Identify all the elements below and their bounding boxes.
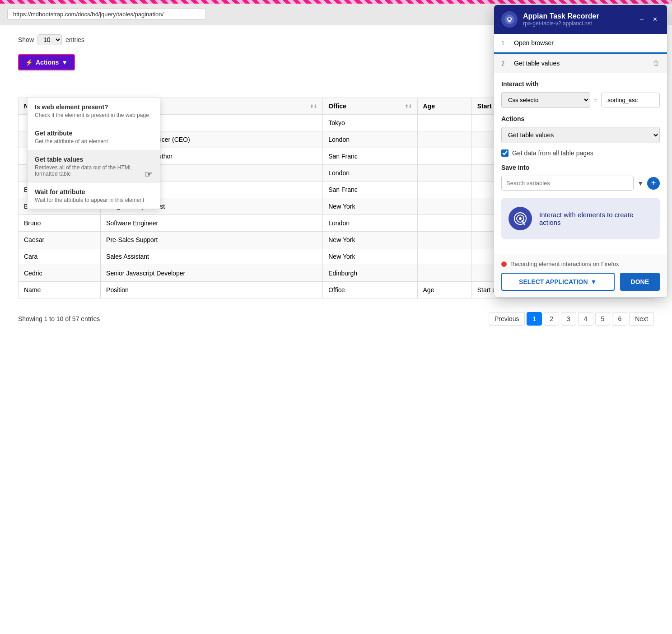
recording-text: Recording element interactions on Firefo… — [510, 261, 619, 267]
sort-office-icon: ⬆⬇ — [405, 104, 412, 109]
table-footer: Showing 1 to 10 of 57 entries Previous 1… — [18, 308, 654, 330]
actions-chevron-icon: ▼ — [61, 59, 68, 66]
minimize-button[interactable]: − — [637, 14, 646, 24]
next-page-button[interactable]: Next — [629, 312, 654, 326]
step-1-number: 1 — [501, 40, 509, 47]
interact-elements-box: Interact with elements to create actions — [501, 198, 660, 239]
dropdown-item-getattr[interactable]: Get attribute Get the attribute of an el… — [28, 124, 160, 150]
step-1-label: Open browser — [514, 39, 660, 47]
search-variables-input[interactable] — [501, 176, 634, 191]
select-app-label: SELECT APPLICATION — [519, 278, 588, 285]
showing-text: Showing 1 to 10 of 57 entries — [18, 315, 100, 322]
dropdown-item-getattr-desc: Get the attribute of an element — [35, 138, 153, 145]
save-into-label: Save into — [501, 164, 660, 171]
step-2-number: 2 — [501, 60, 509, 67]
get-all-pages-checkbox[interactable] — [501, 149, 509, 157]
step-2-item[interactable]: 2 Get table values 🗑 — [494, 54, 667, 73]
interact-cursor-icon — [509, 207, 532, 230]
panel-title: Appian Task Recorder — [523, 12, 631, 20]
th-office[interactable]: Office ⬆⬇ — [323, 98, 417, 115]
panel-header: Appian Task Recorder rpa-get-table-v2.ap… — [494, 5, 667, 34]
recorder-logo-icon — [501, 11, 518, 28]
select-application-button[interactable]: SELECT APPLICATION ▼ — [501, 273, 615, 291]
dropdown-item-waitattr-desc: Wait for the attribute to appear in this… — [35, 197, 153, 203]
actions-icon: ⚡ — [25, 59, 33, 66]
panel-header-text: Appian Task Recorder rpa-get-table-v2.ap… — [523, 12, 631, 27]
actions-button-label: Actions — [36, 59, 59, 66]
select-app-chevron-icon: ▼ — [591, 278, 597, 285]
bottom-buttons: SELECT APPLICATION ▼ DONE — [501, 273, 660, 291]
entries-select[interactable]: 10 25 50 — [37, 34, 62, 45]
page-5-button[interactable]: 5 — [595, 312, 611, 326]
dropdown-item-getattr-title: Get attribute — [35, 130, 153, 137]
actions-section-label: Actions — [501, 115, 660, 122]
dropdown-arrow-icon: ▼ — [637, 180, 644, 187]
panel-subtitle: rpa-get-table-v2.appianci.net — [523, 20, 631, 27]
page-3-button[interactable]: 3 — [561, 312, 576, 326]
dropdown-item-gettable-title: Get table values — [35, 156, 153, 163]
dropdown-item-gettable[interactable]: Get table values Retrieves all of the da… — [28, 150, 160, 183]
page-4-button[interactable]: 4 — [578, 312, 593, 326]
dropdown-item-waitattr-title: Wait for attribute — [35, 188, 153, 196]
actions-button[interactable]: ⚡ Actions ▼ — [18, 54, 75, 70]
th-age[interactable]: Age — [417, 98, 471, 115]
dropdown-item-webcheck-desc: Check if the element is present in the w… — [35, 112, 153, 118]
show-label: Show — [18, 36, 34, 43]
dropdown-item-webcheck-title: Is web element present? — [35, 103, 153, 111]
step-2-delete-icon[interactable]: 🗑 — [653, 59, 660, 67]
equals-sign: = — [594, 97, 597, 104]
get-all-pages-label: Get data from all table pages — [512, 149, 593, 157]
top-stripe — [0, 0, 672, 4]
svg-point-4 — [519, 217, 522, 220]
add-variable-button[interactable]: + — [647, 177, 660, 190]
page-1-button[interactable]: 1 — [527, 312, 542, 326]
panel-bottom: Recording element interactions on Firefo… — [494, 254, 667, 297]
sort-position-icon: ⬆⬇ — [310, 104, 317, 109]
svg-point-1 — [508, 18, 510, 20]
step-1-item[interactable]: 1 Open browser — [494, 34, 667, 52]
step-2-label: Get table values — [514, 60, 647, 67]
save-into-row: ▼ + — [501, 176, 660, 191]
selector-value-input[interactable] — [601, 93, 660, 107]
panel-body: Interact with Css selecto XPath ID = Act… — [494, 73, 667, 254]
close-button[interactable]: × — [650, 14, 660, 24]
done-button[interactable]: DONE — [620, 273, 660, 291]
page-2-button[interactable]: 2 — [544, 312, 559, 326]
entries-label: entries — [65, 36, 84, 43]
interact-with-label: Interact with — [501, 80, 660, 88]
page-6-button[interactable]: 6 — [612, 312, 627, 326]
get-all-pages-row: Get data from all table pages — [501, 149, 660, 157]
browser-url: https://mdbootstrap.com/docs/b4/jquery/t… — [7, 9, 206, 20]
recorder-panel: Appian Task Recorder rpa-get-table-v2.ap… — [494, 5, 667, 298]
cursor-icon: ☞ — [145, 169, 153, 180]
actions-type-select[interactable]: Get table values Click Type text — [501, 127, 660, 143]
prev-page-button[interactable]: Previous — [489, 312, 525, 326]
interact-with-row: Css selecto XPath ID = — [501, 92, 660, 108]
recording-status-row: Recording element interactions on Firefo… — [501, 261, 660, 267]
actions-dropdown: Is web element present? Check if the ele… — [27, 98, 160, 209]
interact-elements-text: Interact with elements to create actions — [539, 211, 653, 226]
dropdown-item-gettable-desc: Retrieves all of the data out of the HTM… — [35, 164, 153, 177]
pagination: Previous 1 2 3 4 5 6 Next — [489, 312, 654, 326]
panel-controls: − × — [637, 14, 660, 24]
css-selector-select[interactable]: Css selecto XPath ID — [501, 92, 590, 108]
dropdown-item-waitattr[interactable]: Wait for attribute Wait for the attribut… — [28, 183, 160, 209]
recording-dot-icon — [501, 261, 507, 267]
dropdown-item-webcheck[interactable]: Is web element present? Check if the ele… — [28, 98, 160, 124]
